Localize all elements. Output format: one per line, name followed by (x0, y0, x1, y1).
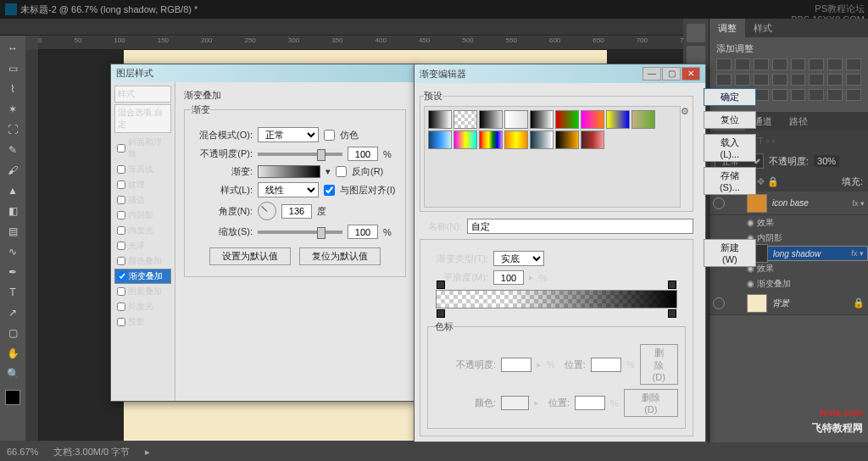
style-item-5[interactable]: 内发光 (114, 223, 171, 238)
opacity-value[interactable]: 30% (814, 155, 839, 167)
adj-icon[interactable] (791, 74, 806, 86)
blend-options[interactable]: 混合选项:自定 (114, 104, 171, 133)
type-tool[interactable]: T (3, 283, 22, 302)
angle-input[interactable] (281, 204, 312, 219)
tab-paths[interactable]: 路径 (781, 112, 816, 131)
style-item-3[interactable]: 描边 (114, 192, 171, 208)
cancel-button[interactable]: 复位 (704, 111, 756, 129)
preset-swatch[interactable] (453, 110, 477, 129)
dither-check[interactable] (324, 130, 335, 141)
style-item-9[interactable]: 图案叠加 (114, 284, 171, 299)
foreground-color[interactable] (5, 390, 20, 405)
shape-tool[interactable]: ▢ (3, 324, 22, 342)
preset-swatch[interactable] (453, 131, 477, 149)
dialog-titlebar[interactable]: 渐变编辑器 — ▢ ✕ (415, 64, 705, 83)
style-item-11[interactable]: 投影 (114, 314, 171, 330)
opacity-stop[interactable] (668, 280, 676, 289)
gear-icon[interactable]: ⚙ (681, 106, 689, 117)
adj-icon[interactable] (772, 74, 787, 86)
preset-swatch[interactable] (581, 110, 604, 129)
adj-icon[interactable] (791, 89, 806, 101)
adj-icon[interactable] (846, 74, 861, 86)
adj-icon[interactable] (791, 58, 806, 70)
dock-icon[interactable] (687, 24, 705, 42)
name-input[interactable] (467, 219, 693, 234)
opacity-input[interactable] (348, 147, 378, 161)
preset-swatch[interactable] (530, 110, 554, 129)
adj-icon[interactable] (809, 74, 824, 86)
ok-button[interactable]: 确定 (704, 88, 756, 106)
adj-icon[interactable] (827, 58, 843, 70)
pen-tool[interactable]: ✒ (3, 263, 22, 281)
crop-tool[interactable]: ⛶ (3, 120, 22, 139)
dropdown-icon[interactable]: ▾ (326, 166, 331, 177)
stamp-tool[interactable]: ▲ (3, 181, 22, 200)
preset-swatch[interactable] (606, 110, 630, 129)
style-item-10[interactable]: 外发光 (114, 299, 171, 314)
wand-tool[interactable]: ✶ (3, 100, 22, 119)
preset-swatch[interactable] (428, 110, 452, 129)
blend-select[interactable]: 正常 (258, 127, 319, 142)
preset-swatch[interactable] (428, 131, 452, 149)
scale-input[interactable] (348, 225, 378, 239)
preset-swatch[interactable] (479, 110, 503, 129)
reverse-check[interactable] (336, 166, 347, 177)
style-item-7[interactable]: 颜色叠加 (114, 253, 171, 269)
color-stop[interactable] (668, 309, 676, 318)
gradient-preview[interactable] (258, 165, 320, 178)
style-item-8[interactable]: 渐变叠加 (114, 269, 171, 284)
zoom-tool[interactable]: 🔍 (3, 364, 22, 383)
dock-icon[interactable] (687, 46, 705, 64)
marquee-tool[interactable]: ▭ (3, 59, 22, 78)
preset-swatch[interactable] (581, 131, 604, 149)
adj-icon[interactable] (809, 89, 824, 101)
adj-icon[interactable] (772, 89, 787, 101)
opacity-slider[interactable] (258, 153, 342, 156)
style-item-2[interactable]: 纹理 (114, 177, 171, 192)
style-select[interactable]: 线性 (258, 182, 319, 197)
path-tool[interactable]: ↗ (3, 303, 22, 322)
preset-swatch[interactable] (530, 131, 554, 149)
preset-swatch[interactable] (504, 110, 528, 129)
hand-tool[interactable]: ✋ (3, 344, 22, 363)
gradient-tool[interactable]: ▤ (3, 222, 22, 241)
adj-icon[interactable] (827, 89, 843, 101)
gradient-bar[interactable] (436, 290, 677, 308)
eyedropper-tool[interactable]: ✎ (3, 141, 22, 159)
preset-swatch[interactable] (479, 131, 503, 149)
preset-swatch[interactable] (632, 110, 655, 129)
align-check[interactable] (324, 185, 335, 196)
styles-header[interactable]: 样式 (114, 86, 171, 103)
tab-styles[interactable]: 样式 (745, 19, 781, 37)
save-button[interactable]: 存储(S)... (704, 167, 756, 195)
style-item-1[interactable]: 等高线 (114, 162, 171, 177)
maximize-button[interactable]: ▢ (662, 67, 681, 81)
zoom-level[interactable]: 66.67% (7, 447, 38, 457)
smooth-input[interactable] (493, 270, 524, 285)
adj-icon[interactable] (809, 58, 824, 70)
style-item-6[interactable]: 光泽 (114, 238, 171, 253)
set-default-button[interactable]: 设置为默认值 (209, 247, 291, 265)
adj-icon[interactable] (846, 58, 861, 70)
load-button[interactable]: 载入(L)... (704, 134, 756, 162)
style-item-0[interactable]: 斜面和浮雕 (114, 135, 171, 162)
color-stop[interactable] (437, 309, 445, 318)
eraser-tool[interactable]: ◧ (3, 202, 22, 220)
type-select[interactable]: 实底 (493, 251, 544, 266)
style-item-4[interactable]: 内阴影 (114, 208, 171, 223)
preset-swatch[interactable] (555, 131, 579, 149)
adj-icon[interactable] (772, 58, 787, 70)
tab-adjustments[interactable]: 调整 (709, 19, 745, 37)
opacity-stop[interactable] (437, 280, 445, 289)
brush-tool[interactable]: 🖌 (3, 161, 22, 180)
preset-swatch[interactable] (504, 131, 528, 149)
adj-icon[interactable] (846, 89, 861, 101)
reset-default-button[interactable]: 复位为默认值 (299, 247, 381, 265)
scale-slider[interactable] (258, 230, 342, 234)
dropdown-icon[interactable]: ▸ (529, 272, 534, 283)
blur-tool[interactable]: ∿ (3, 242, 22, 261)
preset-swatch[interactable] (555, 110, 579, 129)
new-button[interactable]: 新建(W) (704, 239, 756, 267)
adj-icon[interactable] (827, 74, 843, 86)
minimize-button[interactable]: — (643, 67, 661, 81)
